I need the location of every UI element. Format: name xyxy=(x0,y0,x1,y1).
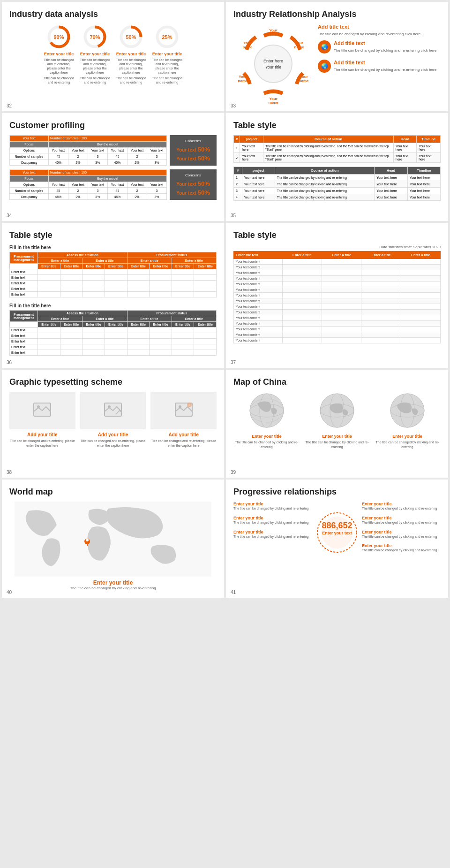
th-num: # xyxy=(234,136,240,143)
svg-text:name: name xyxy=(269,100,278,104)
donut-2-label: Enter your title xyxy=(80,52,110,56)
svg-point-12 xyxy=(255,45,292,83)
prog-left-item-3: Enter your title The title can be change… xyxy=(233,530,312,539)
table-row: 2 Your text here The title can be change… xyxy=(234,153,441,163)
s36-sub2: Fill in the title here xyxy=(9,303,217,308)
rel-item-2-title: Add title text xyxy=(334,60,436,65)
graphic-2-desc: Title can be changed and re-entering, pl… xyxy=(80,439,146,448)
table-row: Your text content xyxy=(234,338,441,343)
table-row: Your text content xyxy=(234,293,441,298)
donut-1-label: Enter your title xyxy=(44,52,74,56)
graphic-item-2: Add your title Title can be changed and … xyxy=(80,392,146,448)
proc-table-2: Procurement management Assess the situat… xyxy=(9,310,217,356)
slide-35: Table style # project Course of action H… xyxy=(226,113,448,221)
slide-number-35: 35 xyxy=(231,213,236,218)
slide-number-36: 36 xyxy=(7,360,12,365)
svg-text:Your title: Your title xyxy=(265,65,282,69)
slide-number-33: 33 xyxy=(231,103,236,108)
slide-37: Table style Data statistics time: Septem… xyxy=(226,223,448,368)
donut-item-1: 90% Enter your title Title can be change… xyxy=(44,24,74,85)
prog-left-title-2: Enter your title xyxy=(233,516,312,520)
svg-text:Enter here: Enter here xyxy=(263,59,283,63)
prog-right-title-4: Enter your title xyxy=(362,543,441,548)
svg-text:+: + xyxy=(188,404,190,407)
graphic-2-title: Add your title xyxy=(80,432,146,437)
prog-left-desc-1: The title can be changed by clicking and… xyxy=(233,506,312,511)
world-enter-title: Enter your title xyxy=(9,579,217,586)
graphic-item-1: Add your title Title can be changed and … xyxy=(9,392,75,448)
slide-36: Table style Fill in the title here Procu… xyxy=(2,223,224,368)
svg-point-28 xyxy=(37,405,40,408)
slide-40-title: World map xyxy=(9,487,217,497)
th-head2: Head xyxy=(375,167,407,175)
globe-2 xyxy=(318,392,356,429)
dt-table: Enter the text Enter a title Enter a tit… xyxy=(233,251,441,343)
world-enter: Enter your title The title can be change… xyxy=(9,579,217,590)
prog-left-item-1: Enter your title The title can be change… xyxy=(233,502,312,511)
map-2-desc: The title can be changed by clicking and… xyxy=(304,440,370,449)
globe-1 xyxy=(248,392,285,429)
slide-number-37: 37 xyxy=(231,360,236,365)
svg-text:name: name xyxy=(238,79,248,83)
rel-item-2-desc: The title can be changed by clicking and… xyxy=(334,67,436,72)
table-row: Enter text xyxy=(10,286,217,292)
map-row: Enter your title The title can be change… xyxy=(233,392,441,449)
rel-add-desc: The title can be changed by clicking and… xyxy=(318,31,441,37)
table-row: Enter text xyxy=(10,281,217,286)
donut-3-desc: Title can be changed and re-entering, pl… xyxy=(116,58,146,75)
slide-33: Industry Relationship Analysis Enter her… xyxy=(226,2,448,111)
slide-33-title: Industry Relationship Analysis xyxy=(233,9,441,19)
table-row: Your text content xyxy=(234,332,441,338)
slide-32-title: Industry data analysis xyxy=(9,9,217,19)
th-proj: project xyxy=(240,136,263,143)
th-proj2: project xyxy=(242,167,275,175)
table-row: Enter text xyxy=(10,327,217,333)
rel-container: Enter here Your title xyxy=(233,24,441,104)
donut-3-label: Enter your title xyxy=(116,52,146,56)
prog-right-title-1: Enter your title xyxy=(362,502,441,506)
graphic-1-title: Add your title xyxy=(9,432,75,437)
slide-40: World map xyxy=(2,480,224,598)
table-row: 4Your text hereThe title can be changed … xyxy=(234,194,441,201)
graphic-row: Add your title Title can be changed and … xyxy=(9,392,217,448)
table-row: Enter text xyxy=(10,269,217,275)
cp-section-1: Your text Number of samples : 100 Focus … xyxy=(9,135,217,166)
th-action: Course of action xyxy=(263,136,393,143)
svg-text:25%: 25% xyxy=(162,34,172,40)
donut-item-2: 70% Enter your title Title can be change… xyxy=(80,24,110,85)
rel-item-1-title: Add title text xyxy=(334,40,436,46)
prog-sub-text: Enter your text xyxy=(322,531,352,535)
prog-right-item-2: Enter your title The title can be change… xyxy=(362,516,441,525)
svg-text:Your: Your xyxy=(295,41,303,45)
donut-4-label: Enter your title xyxy=(152,52,182,56)
svg-text:50%: 50% xyxy=(126,34,136,40)
prog-number: 886,652 xyxy=(322,521,352,531)
prog-left-desc-3: The title can be changed by clicking and… xyxy=(233,534,312,539)
prog-left-item-2: Enter your title The title can be change… xyxy=(233,516,312,525)
graphic-img-3: + xyxy=(150,392,217,429)
slide-34: Customer profiling Your text Number of s… xyxy=(2,113,224,221)
map-1-desc: The title can be changed by clicking and… xyxy=(233,440,300,449)
ts-table-1: # project Course of action Head Timeline… xyxy=(233,135,441,163)
graphic-3-title: Add your title xyxy=(150,432,217,437)
table-row: Your text content xyxy=(234,321,441,327)
prog-right-item-1: Enter your title The title can be change… xyxy=(362,502,441,511)
rel-item-1-text: Add title text The title can be changed … xyxy=(334,40,436,57)
slide-number-39: 39 xyxy=(231,470,236,475)
slide-32: Industry data analysis 90% Enter your ti… xyxy=(2,2,224,111)
th-num2: # xyxy=(234,167,242,175)
prog-right-item-4: Enter your title The title can be change… xyxy=(362,543,441,553)
data-stats-time: Data statistics time: September 2029 xyxy=(233,245,441,249)
prog-left: Enter your title The title can be change… xyxy=(233,502,312,557)
table-row: Your text content xyxy=(234,282,441,287)
graphic-img-1 xyxy=(9,392,75,429)
graphic-item-3: + Add your title Title can be changed an… xyxy=(150,392,217,448)
world-map-svg xyxy=(9,502,217,577)
rel-info: Add title text The title can be changed … xyxy=(318,24,441,79)
donut-3-desc2: Title can be changed and re-entering xyxy=(116,76,146,84)
prog-center: 886,652 Enter your text xyxy=(316,502,358,557)
svg-point-30 xyxy=(108,405,111,408)
table-row: Your text content xyxy=(234,265,441,270)
donut-4-desc: Title can be changed and re-entering, pl… xyxy=(152,58,182,75)
prog-right-desc-3: The title can be changed by clicking and… xyxy=(362,534,441,539)
